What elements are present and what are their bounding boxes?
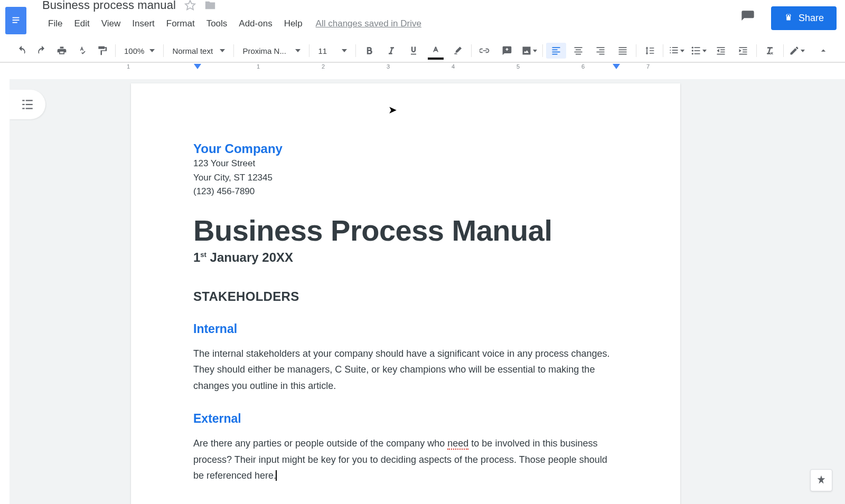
toolbar: 100% Normal text Proxima N... 11: [0, 39, 845, 63]
font-value: Proxima N...: [242, 46, 286, 55]
share-label: Share: [799, 13, 824, 24]
decrease-indent-button[interactable]: [711, 43, 731, 59]
clear-formatting-button[interactable]: [760, 43, 780, 59]
insert-link-button[interactable]: [475, 43, 495, 59]
paragraph-style-dropdown[interactable]: Normal text: [167, 43, 230, 59]
ruler-tick: 2: [322, 63, 325, 70]
document-heading: Business Process Manual: [193, 214, 618, 247]
numbered-list-button[interactable]: [666, 43, 687, 59]
svg-rect-10: [575, 47, 583, 48]
svg-rect-17: [599, 54, 605, 55]
svg-marker-3: [185, 1, 195, 9]
svg-rect-30: [721, 52, 725, 53]
svg-rect-0: [13, 17, 20, 18]
svg-rect-40: [26, 104, 33, 105]
ruler-tick: 5: [517, 63, 520, 70]
align-justify-button[interactable]: [613, 43, 633, 59]
star-icon[interactable]: [184, 0, 196, 11]
svg-rect-25: [694, 47, 700, 48]
svg-rect-27: [694, 53, 700, 54]
menu-file[interactable]: File: [42, 15, 68, 32]
svg-rect-11: [576, 50, 581, 51]
menu-format[interactable]: Format: [161, 15, 201, 32]
explore-button[interactable]: [810, 469, 832, 491]
document-page[interactable]: ➤ Your Company 123 Your Street Your City…: [131, 83, 680, 504]
save-status[interactable]: All changes saved in Drive: [316, 18, 421, 29]
paragraph-external: Are there any parties or people outside …: [193, 435, 616, 484]
svg-rect-12: [575, 52, 583, 53]
spelling-error[interactable]: need: [447, 438, 468, 450]
align-right-button[interactable]: [590, 43, 611, 59]
zoom-dropdown[interactable]: 100%: [119, 43, 160, 59]
svg-rect-31: [717, 54, 725, 55]
increase-indent-button[interactable]: [733, 43, 753, 59]
menu-help[interactable]: Help: [278, 15, 308, 32]
font-dropdown[interactable]: Proxima N...: [237, 43, 306, 59]
section-stakeholders: STAKEHOLDERS: [193, 289, 618, 304]
svg-rect-36: [22, 100, 24, 101]
subheading-external: External: [193, 412, 618, 426]
line-spacing-button[interactable]: [640, 43, 660, 59]
collapse-toolbar-button[interactable]: [813, 43, 833, 59]
menu-view[interactable]: View: [96, 15, 127, 32]
comments-icon[interactable]: [740, 9, 755, 26]
svg-rect-35: [739, 54, 747, 55]
italic-button[interactable]: [381, 43, 401, 59]
svg-rect-2: [13, 22, 17, 23]
svg-rect-8: [552, 52, 560, 53]
redo-button[interactable]: [32, 43, 52, 59]
outline-toggle-button[interactable]: [10, 90, 45, 119]
svg-rect-9: [552, 54, 558, 55]
svg-point-22: [692, 47, 693, 49]
move-folder-icon[interactable]: [204, 0, 216, 11]
share-button[interactable]: Share: [771, 6, 837, 30]
svg-rect-38: [22, 108, 24, 109]
menu-addons[interactable]: Add-ons: [233, 15, 278, 32]
svg-rect-14: [597, 47, 605, 48]
align-left-button[interactable]: [546, 43, 566, 59]
menu-edit[interactable]: Edit: [68, 15, 95, 32]
ruler-tick: 4: [452, 63, 455, 70]
underline-button[interactable]: [403, 43, 424, 59]
text-cursor: [276, 470, 277, 481]
svg-rect-28: [717, 47, 725, 48]
mouse-cursor-icon: ➤: [388, 103, 397, 116]
font-size-dropdown[interactable]: 11: [313, 43, 352, 59]
svg-rect-1: [13, 20, 20, 21]
svg-point-24: [692, 53, 693, 54]
left-indent-marker[interactable]: [194, 64, 201, 69]
insert-image-button[interactable]: [519, 43, 539, 59]
subheading-internal: Internal: [193, 322, 618, 336]
ruler-tick: 3: [387, 63, 390, 70]
bold-button[interactable]: [359, 43, 379, 59]
svg-rect-34: [743, 52, 747, 53]
align-center-button[interactable]: [568, 43, 588, 59]
svg-rect-5: [786, 17, 791, 21]
highlight-button[interactable]: [448, 43, 468, 59]
size-value: 11: [318, 46, 327, 55]
bulleted-list-button[interactable]: [689, 43, 709, 59]
spellcheck-button[interactable]: [72, 43, 92, 59]
docs-app-icon[interactable]: [5, 7, 26, 34]
document-date: 1st January 20XX: [193, 250, 618, 265]
menu-tools[interactable]: Tools: [201, 15, 233, 32]
company-phone: (123) 456-7890: [193, 185, 618, 198]
menu-insert[interactable]: Insert: [126, 15, 161, 32]
vertical-ruler[interactable]: [0, 79, 10, 504]
paint-format-button[interactable]: [92, 43, 112, 59]
undo-button[interactable]: [12, 43, 32, 59]
document-title[interactable]: Business process manual: [42, 0, 176, 12]
editing-mode-button[interactable]: [787, 43, 807, 59]
svg-rect-37: [22, 104, 24, 105]
text-color-button[interactable]: [426, 43, 446, 59]
add-comment-button[interactable]: [497, 43, 517, 59]
svg-rect-20: [619, 52, 627, 53]
document-canvas: ➤ Your Company 123 Your Street Your City…: [0, 79, 845, 504]
print-button[interactable]: [52, 43, 72, 59]
right-indent-marker[interactable]: [613, 64, 620, 69]
svg-rect-13: [576, 54, 581, 55]
svg-rect-41: [26, 108, 33, 109]
ruler-tick: 6: [581, 63, 585, 70]
svg-rect-26: [694, 50, 700, 51]
horizontal-ruler[interactable]: 1 1 2 3 4 5 6 7: [0, 63, 845, 72]
